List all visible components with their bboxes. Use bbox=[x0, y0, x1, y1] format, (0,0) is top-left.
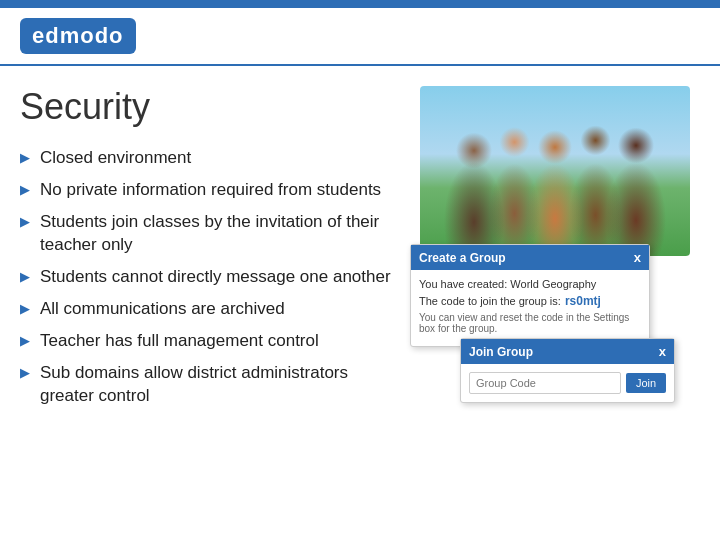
list-item: All communications are archived bbox=[20, 297, 400, 321]
join-group-dialog: Join Group x Join bbox=[460, 338, 675, 403]
list-item: No private information required from stu… bbox=[20, 178, 400, 202]
bullet-text: All communications are archived bbox=[40, 297, 285, 321]
group-code-input[interactable] bbox=[469, 372, 621, 394]
students-photo bbox=[420, 86, 690, 256]
group-code-line: The code to join the group is: rs0mtj bbox=[419, 294, 641, 308]
create-group-title: Create a Group bbox=[419, 251, 506, 265]
bullet-text: No private information required from stu… bbox=[40, 178, 381, 202]
list-item: Students cannot directly message one ano… bbox=[20, 265, 400, 289]
bullet-text: Students cannot directly message one ano… bbox=[40, 265, 391, 289]
top-bar bbox=[0, 0, 720, 8]
right-panel: Create a Group x You have created: World… bbox=[420, 86, 700, 416]
main-content: Security Closed environment No private i… bbox=[0, 66, 720, 426]
list-item: Sub domains allow district administrator… bbox=[20, 361, 400, 409]
page-title: Security bbox=[20, 86, 400, 128]
join-group-dialog-body: Join bbox=[461, 364, 674, 402]
join-group-dialog-header: Join Group x bbox=[461, 339, 674, 364]
join-group-close-icon[interactable]: x bbox=[659, 344, 666, 359]
join-button[interactable]: Join bbox=[626, 373, 666, 393]
list-item: Teacher has full management control bbox=[20, 329, 400, 353]
code-value: rs0mtj bbox=[565, 294, 601, 308]
photo-illustration bbox=[420, 86, 690, 256]
bullet-text: Students join classes by the invitation … bbox=[40, 210, 400, 258]
create-group-close-icon[interactable]: x bbox=[634, 250, 641, 265]
bullet-text: Sub domains allow district administrator… bbox=[40, 361, 400, 409]
create-group-dialog-header: Create a Group x bbox=[411, 245, 649, 270]
header: edmodo bbox=[0, 8, 720, 66]
logo-text: edmodo bbox=[32, 23, 124, 48]
left-panel: Security Closed environment No private i… bbox=[20, 86, 400, 416]
logo-box: edmodo bbox=[20, 18, 136, 54]
created-label: You have created: World Geography bbox=[419, 278, 641, 290]
list-item: Closed environment bbox=[20, 146, 400, 170]
bullet-text: Closed environment bbox=[40, 146, 191, 170]
settings-note: You can view and reset the code in the S… bbox=[419, 312, 641, 334]
create-group-dialog: Create a Group x You have created: World… bbox=[410, 244, 650, 347]
join-group-title: Join Group bbox=[469, 345, 533, 359]
bullet-list: Closed environment No private informatio… bbox=[20, 146, 400, 408]
create-group-dialog-body: You have created: World Geography The co… bbox=[411, 270, 649, 346]
bullet-text: Teacher has full management control bbox=[40, 329, 319, 353]
list-item: Students join classes by the invitation … bbox=[20, 210, 400, 258]
code-prefix: The code to join the group is: bbox=[419, 295, 561, 307]
